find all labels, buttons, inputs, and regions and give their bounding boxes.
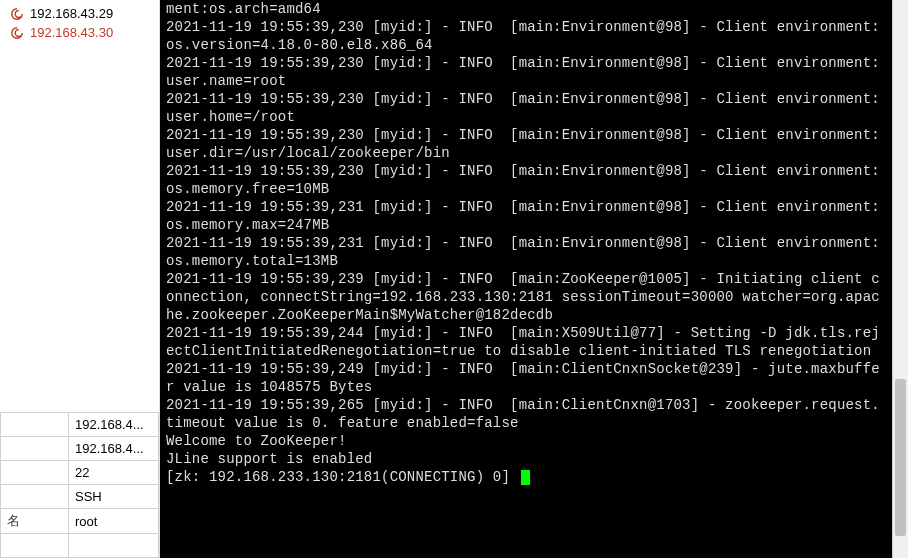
prop-key: [1, 413, 69, 437]
terminal-line: 2021-11-19 19:55:39,231 [myid:] - INFO […: [166, 234, 886, 270]
host-item[interactable]: 192.168.43.29: [6, 4, 159, 23]
table-row[interactable]: SSH: [1, 485, 159, 509]
terminal-line: JLine support is enabled: [166, 450, 886, 468]
prop-key: [1, 461, 69, 485]
scrollbar-track[interactable]: [893, 0, 908, 558]
host-ip-label: 192.168.43.29: [30, 6, 113, 21]
prop-value: root: [69, 509, 159, 534]
prop-value: 22: [69, 461, 159, 485]
terminal-line: 2021-11-19 19:55:39,244 [myid:] - INFO […: [166, 324, 886, 360]
table-row[interactable]: 192.168.4...: [1, 437, 159, 461]
terminal-line: 2021-11-19 19:55:39,230 [myid:] - INFO […: [166, 54, 886, 90]
terminal-line: 2021-11-19 19:55:39,230 [myid:] - INFO […: [166, 162, 886, 198]
terminal-line: 2021-11-19 19:55:39,239 [myid:] - INFO […: [166, 270, 886, 324]
prop-key: [1, 485, 69, 509]
prop-value: [69, 534, 159, 558]
sidebar-spacer: [0, 42, 159, 412]
connection-properties-table: 192.168.4... 192.168.4... 22 SSH 名 root: [0, 412, 159, 558]
terminal-line: 2021-11-19 19:55:39,231 [myid:] - INFO […: [166, 198, 886, 234]
terminal-line: 2021-11-19 19:55:39,230 [myid:] - INFO […: [166, 18, 886, 54]
prop-key: [1, 437, 69, 461]
table-row[interactable]: [1, 534, 159, 558]
swirl-icon: [10, 26, 24, 40]
terminal-line: 2021-11-19 19:55:39,230 [myid:] - INFO […: [166, 90, 886, 126]
table-row[interactable]: 22: [1, 461, 159, 485]
vertical-scrollbar[interactable]: [892, 0, 908, 558]
host-item[interactable]: 192.168.43.30: [6, 23, 159, 42]
terminal-line: 2021-11-19 19:55:39,265 [myid:] - INFO […: [166, 396, 886, 432]
terminal-line: ment:os.arch=amd64: [166, 0, 886, 18]
terminal-line: Welcome to ZooKeeper!: [166, 432, 886, 450]
scrollbar-thumb[interactable]: [895, 379, 906, 535]
terminal-cursor: [521, 470, 530, 485]
prop-key: [1, 534, 69, 558]
terminal-line: 2021-11-19 19:55:39,249 [myid:] - INFO […: [166, 360, 886, 396]
terminal-prompt[interactable]: [zk: 192.168.233.130:2181(CONNECTING) 0]: [166, 468, 886, 486]
host-list: 192.168.43.29 192.168.43.30: [0, 0, 159, 42]
main-area: ment:os.arch=amd642021-11-19 19:55:39,23…: [160, 0, 908, 558]
prop-value: SSH: [69, 485, 159, 509]
prop-value: 192.168.4...: [69, 437, 159, 461]
terminal[interactable]: ment:os.arch=amd642021-11-19 19:55:39,23…: [160, 0, 892, 558]
host-ip-label: 192.168.43.30: [30, 25, 113, 40]
prop-value: 192.168.4...: [69, 413, 159, 437]
table-row[interactable]: 名 root: [1, 509, 159, 534]
swirl-icon: [10, 7, 24, 21]
terminal-line: 2021-11-19 19:55:39,230 [myid:] - INFO […: [166, 126, 886, 162]
prop-key: 名: [1, 509, 69, 534]
terminal-wrap: ment:os.arch=amd642021-11-19 19:55:39,23…: [160, 0, 908, 558]
table-row[interactable]: 192.168.4...: [1, 413, 159, 437]
sidebar: 192.168.43.29 192.168.43.30 192.168.4...…: [0, 0, 160, 558]
